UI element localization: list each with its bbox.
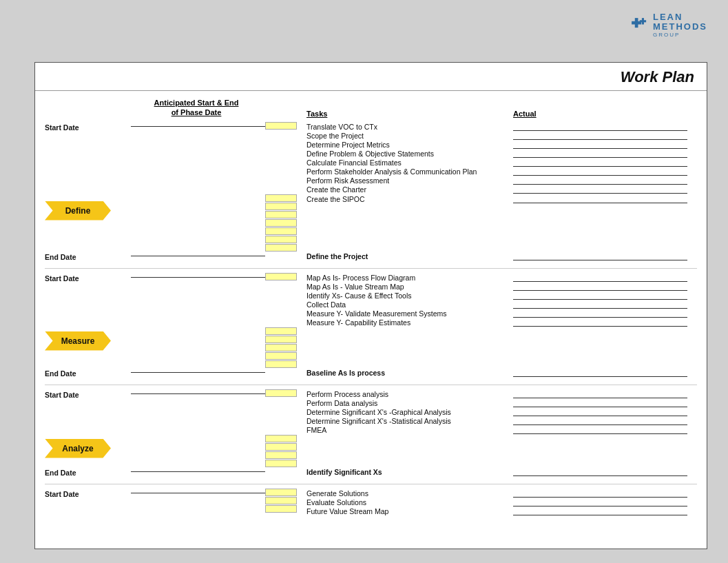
measure-end-label: End Date [45, 368, 127, 378]
measure-arrow-row: Measure [45, 327, 697, 368]
task-item: Measure Y- Validate Measurement Systems [306, 309, 513, 318]
logo-group-text: GROUP [653, 32, 707, 39]
define-gantt-mid [265, 194, 306, 252]
svg-rect-3 [640, 20, 646, 22]
gantt-bar [265, 244, 297, 252]
task-item: Generate Solutions [306, 489, 513, 498]
define-start-label: Start Date [45, 122, 127, 132]
gantt-bar [265, 273, 297, 280]
table-header: Anticipated Start & Endof Phase Date Tas… [45, 98, 697, 118]
task-item: Translate VOC to CTx [306, 123, 513, 132]
analyze-start-row: Start Date Perform Process analysis Perf… [45, 389, 697, 435]
page-title: Work Plan [35, 63, 707, 91]
task-item: Identify Xs- Cause & Effect Tools [306, 291, 513, 300]
analyze-summary-task: Identify Significant Xs [306, 468, 513, 477]
task-item: Evaluate Solutions [306, 498, 513, 507]
gantt-bar [265, 327, 297, 335]
define-gantt-top [265, 122, 306, 130]
gantt-bar [265, 344, 297, 351]
improve-start-row: Start Date Generate Solutions Evaluate S… [45, 489, 697, 516]
define-summary: Define the Project [306, 252, 513, 261]
gantt-bar [265, 352, 297, 360]
gantt-bar [265, 460, 297, 467]
gantt-bar [265, 211, 297, 218]
task-item: Create the SIPOC [306, 195, 513, 204]
task-item: Define Problem & Objective Statements [306, 150, 513, 158]
define-arrow-label: Define [45, 194, 127, 221]
gantt-bar [265, 505, 297, 513]
logo-icon [630, 16, 649, 35]
define-start-date-line [127, 122, 265, 127]
separator [45, 484, 697, 484]
task-item: Perform Process analysis [306, 390, 513, 399]
define-summary-task: Define the Project [306, 252, 513, 261]
analyze-phase: Start Date Perform Process analysis Perf… [45, 389, 697, 477]
gantt-bar [265, 203, 297, 210]
analyze-end-label: End Date [45, 467, 127, 477]
separator [45, 268, 697, 269]
define-end-row: End Date Define the Project [45, 252, 697, 261]
gantt-bar [265, 219, 297, 227]
task-item: Perform Data analysis [306, 399, 513, 408]
analyze-start-label: Start Date [45, 389, 127, 399]
task-item: Scope the Project [306, 132, 513, 141]
task-item: Future Value Stream Map [306, 507, 513, 516]
gantt-bar [265, 451, 297, 459]
logo-lean-text: LEAN [653, 12, 707, 22]
gantt-bar [265, 122, 297, 130]
define-phase: Start Date Translate VOC to CTx Scope th… [45, 122, 697, 261]
measure-arrow: Measure [45, 331, 111, 351]
gantt-bar [265, 389, 297, 397]
gantt-bar [265, 443, 297, 451]
header-tasks: Tasks [306, 110, 513, 118]
task-item: Calculate Financial Estimates [306, 158, 513, 167]
gantt-bar [265, 360, 297, 368]
gantt-bar [265, 194, 297, 202]
define-middle-row: Define Create the SIPOC [45, 194, 697, 252]
measure-start-row: Start Date Map As Is- Process Flow Diagr… [45, 273, 697, 327]
task-item: Create the Charter [306, 185, 513, 194]
define-last-task: Create the SIPOC [306, 194, 513, 204]
content-area: Anticipated Start & Endof Phase Date Tas… [35, 91, 707, 526]
improve-phase: Start Date Generate Solutions Evaluate S… [45, 489, 697, 516]
task-item: Map As Is- Process Flow Diagram [306, 274, 513, 283]
logo: LEAN METHODS GROUP [630, 12, 707, 38]
task-item: Perform Risk Assessment [306, 176, 513, 185]
measure-phase: Start Date Map As Is- Process Flow Diagr… [45, 273, 697, 378]
task-item: Measure Y- Capability Estimates [306, 318, 513, 327]
measure-summary-task: Baseline As Is process [306, 369, 513, 378]
define-end-label: End Date [45, 252, 127, 261]
define-tasks: Translate VOC to CTx Scope the Project D… [306, 122, 513, 194]
header-dates: Anticipated Start & Endof Phase Date [127, 98, 265, 118]
task-item: Perform Stakeholder Analysis & Communica… [306, 167, 513, 176]
task-item: Map As Is - Value Stream Map [306, 283, 513, 291]
define-actual [513, 122, 697, 194]
task-item: FMEA [306, 426, 513, 435]
task-item: Determine Significant X's -Statistical A… [306, 417, 513, 426]
task-item: Determine Significant X's -Graphical Ana… [306, 408, 513, 417]
gantt-bar [265, 497, 297, 504]
gantt-bar [265, 336, 297, 343]
task-item: Collect Data [306, 300, 513, 309]
gantt-bar [265, 236, 297, 243]
improve-start-label: Start Date [45, 489, 127, 498]
gantt-bar [265, 435, 297, 442]
analyze-arrow: Analyze [45, 439, 111, 458]
define-start-row: Start Date Translate VOC to CTx Scope th… [45, 122, 697, 194]
gantt-bar [265, 227, 297, 235]
logo-methods-text: METHODS [653, 22, 707, 32]
define-arrow: Define [45, 201, 111, 221]
analyze-arrow-row: Analyze [45, 435, 697, 467]
task-item: Determine Project Metrics [306, 141, 513, 150]
separator [45, 385, 697, 385]
measure-end-row: End Date Baseline As Is process [45, 368, 697, 378]
main-container: Work Plan Anticipated Start & Endof Phas… [34, 62, 707, 549]
header-actual: Actual [513, 110, 697, 118]
analyze-end-row: End Date Identify Significant Xs [45, 467, 697, 477]
measure-start-label: Start Date [45, 273, 127, 283]
gantt-bar [265, 489, 297, 496]
define-end-date-line [127, 252, 265, 256]
